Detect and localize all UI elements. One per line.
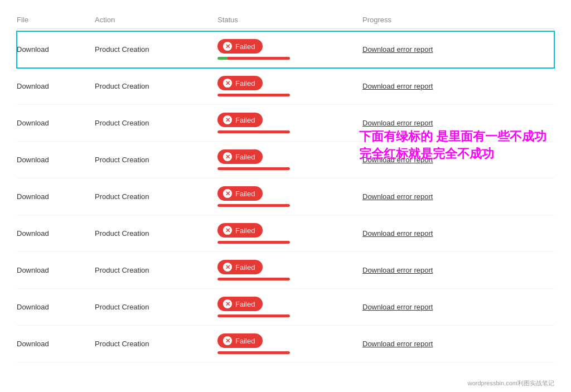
col-status: Status (217, 16, 362, 24)
progress-bar-red (217, 130, 290, 133)
x-icon: ✕ (223, 115, 232, 124)
cell-status: ✕ Failed (217, 223, 362, 244)
x-icon: ✕ (223, 42, 232, 51)
cell-action: Product Creation (95, 340, 217, 348)
download-error-report-link[interactable]: Download error report (362, 229, 433, 238)
cell-status: ✕ Failed (217, 260, 362, 280)
cell-progress: Download error report (362, 45, 530, 54)
cell-action: Product Creation (95, 156, 217, 164)
progress-fill (217, 314, 290, 317)
table-row: Download Product Creation ✕ Failed Downl… (17, 289, 554, 326)
failed-badge: ✕ Failed (217, 260, 263, 274)
failed-badge: ✕ Failed (217, 223, 263, 238)
table-row: Download Product Creation ✕ Failed Downl… (17, 105, 554, 142)
col-file: File (17, 16, 95, 24)
download-error-report-link[interactable]: Download error report (362, 303, 433, 311)
progress-fill (217, 241, 290, 244)
cell-file: Download (17, 266, 95, 274)
cell-action: Product Creation (95, 82, 217, 90)
cell-progress: Download error report (362, 192, 530, 201)
progress-green-part (217, 57, 228, 60)
col-action: Action (95, 16, 217, 24)
download-error-report-link[interactable]: Download error report (362, 119, 433, 127)
cell-file: Download (17, 192, 95, 201)
cell-action: Product Creation (95, 266, 217, 274)
table-row: Download Product Creation ✕ Failed Downl… (17, 326, 554, 362)
progress-bar-red (217, 167, 290, 170)
table-row: Download Product Creation ✕ Failed Downl… (17, 142, 554, 178)
download-error-report-link[interactable]: Download error report (362, 340, 433, 348)
table-body: Download Product Creation ✕ Failed Downl… (17, 31, 554, 362)
cell-status: ✕ Failed (217, 333, 362, 354)
failed-badge: ✕ Failed (217, 39, 263, 54)
failed-label: Failed (235, 190, 255, 198)
failed-label: Failed (235, 337, 255, 345)
cell-action: Product Creation (95, 45, 217, 54)
x-icon: ✕ (223, 263, 232, 272)
download-error-report-link[interactable]: Download error report (362, 45, 433, 54)
x-icon: ✕ (223, 226, 232, 235)
failed-badge: ✕ Failed (217, 297, 263, 311)
progress-bar-red (217, 204, 290, 207)
failed-badge: ✕ Failed (217, 76, 263, 90)
cell-progress: Download error report (362, 229, 530, 238)
progress-red-part (228, 57, 290, 60)
watermark: wordpressbin.com利图实战笔记 (468, 379, 554, 388)
cell-action: Product Creation (95, 229, 217, 238)
failed-badge: ✕ Failed (217, 186, 263, 201)
table-row: Download Product Creation ✕ Failed Downl… (17, 215, 554, 252)
cell-status: ✕ Failed (217, 186, 362, 207)
progress-fill (217, 204, 290, 207)
cell-progress: Download error report (362, 303, 530, 311)
x-icon: ✕ (223, 189, 232, 198)
download-error-report-link[interactable]: Download error report (362, 266, 433, 274)
cell-progress: Download error report (362, 156, 530, 164)
table-row: Download Product Creation ✕ Failed Downl… (17, 252, 554, 289)
cell-file: Download (17, 156, 95, 164)
table-row: Download Product Creation ✕ Failed Downl… (17, 178, 554, 215)
x-icon: ✕ (223, 299, 232, 308)
progress-bar-red (217, 94, 290, 96)
cell-progress: Download error report (362, 82, 530, 90)
cell-progress: Download error report (362, 119, 530, 127)
progress-fill (217, 278, 290, 280)
progress-fill (217, 167, 290, 170)
failed-label: Failed (235, 42, 255, 51)
failed-badge: ✕ Failed (217, 149, 263, 164)
cell-progress: Download error report (362, 340, 530, 348)
download-error-report-link[interactable]: Download error report (362, 82, 433, 90)
failed-label: Failed (235, 226, 255, 235)
progress-fill (217, 351, 290, 354)
col-progress: Progress (362, 16, 530, 24)
cell-file: Download (17, 303, 95, 311)
table-container: File Action Status Progress Download Pro… (0, 0, 571, 392)
download-error-report-link[interactable]: Download error report (362, 156, 433, 164)
cell-file: Download (17, 119, 95, 127)
cell-action: Product Creation (95, 119, 217, 127)
cell-status: ✕ Failed (217, 113, 362, 133)
table-header: File Action Status Progress (17, 11, 554, 29)
progress-bar-mixed (217, 57, 290, 60)
cell-status: ✕ Failed (217, 297, 362, 317)
cell-file: Download (17, 229, 95, 238)
cell-progress: Download error report (362, 266, 530, 274)
failed-label: Failed (235, 153, 255, 161)
x-icon: ✕ (223, 152, 232, 161)
failed-label: Failed (235, 116, 255, 124)
failed-label: Failed (235, 263, 255, 272)
progress-bar-red (217, 351, 290, 354)
cell-file: Download (17, 45, 95, 54)
x-icon: ✕ (223, 336, 232, 345)
table-row: Download Product Creation ✕ Failed Downl… (17, 31, 554, 68)
cell-status: ✕ Failed (217, 76, 362, 96)
progress-bar-red (217, 241, 290, 244)
progress-bar-red (217, 278, 290, 280)
table-row: Download Product Creation ✕ Failed Downl… (17, 68, 554, 105)
progress-fill (217, 94, 290, 96)
cell-action: Product Creation (95, 303, 217, 311)
progress-bar-red (217, 314, 290, 317)
cell-status: ✕ Failed (217, 149, 362, 170)
cell-action: Product Creation (95, 192, 217, 201)
x-icon: ✕ (223, 79, 232, 88)
download-error-report-link[interactable]: Download error report (362, 192, 433, 201)
